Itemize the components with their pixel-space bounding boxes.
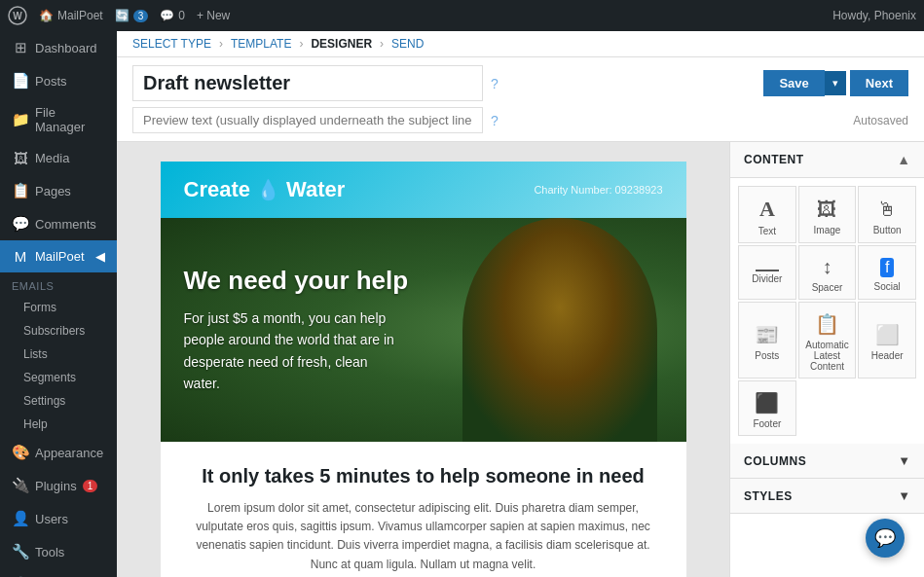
breadcrumb-step-select-type[interactable]: SELECT TYPE — [132, 37, 211, 51]
main-layout: ⊞ Dashboard 📄 Posts 📁 File Manager 🖼 Med… — [0, 31, 924, 577]
breadcrumb-sep-3: › — [380, 37, 384, 51]
block-header-icon: ⬜ — [875, 323, 900, 346]
sidebar-item-pages[interactable]: 📋 Pages — [0, 174, 117, 207]
email-content-section: It only takes 5 minutes to help someone … — [161, 442, 686, 577]
comments-item[interactable]: 💬 0 — [160, 9, 185, 22]
pages-icon: 📋 — [12, 182, 29, 199]
block-spacer[interactable]: ↕ Spacer — [798, 245, 857, 300]
sidebar-sub-settings[interactable]: Settings — [0, 389, 117, 413]
block-text[interactable]: A Text — [738, 186, 796, 243]
breadcrumb-step-send[interactable]: SEND — [391, 37, 424, 51]
editor-body: Create 💧 Water Charity Number: 09238923 … — [117, 142, 924, 577]
block-alc-label: Automatic Latest Content — [803, 340, 852, 372]
tools-icon: 🔧 — [12, 543, 29, 560]
appearance-icon: 🎨 — [12, 444, 29, 461]
file-manager-icon: 📁 — [12, 111, 29, 128]
block-posts[interactable]: 📰 Posts — [738, 302, 796, 379]
hero-child-image — [462, 218, 657, 442]
sidebar-item-plugins[interactable]: 🔌 Plugins 1 — [0, 469, 117, 502]
columns-title: COLUMNS — [744, 454, 806, 468]
block-social[interactable]: f Social — [858, 245, 916, 300]
hero-text: We need your help For just $5 a month, y… — [161, 246, 432, 415]
sidebar-item-users[interactable]: 👤 Users — [0, 502, 117, 535]
media-icon: 🖼 — [12, 150, 29, 166]
block-image[interactable]: 🖼 Image — [798, 186, 857, 243]
block-text-icon: A — [759, 197, 775, 222]
sidebar-sub-lists[interactable]: Lists — [0, 343, 117, 366]
sidebar-item-mailpoet[interactable]: M MailPoet ◀ — [0, 240, 117, 272]
block-footer[interactable]: ⬛ Footer — [738, 380, 796, 436]
chat-icon: 💬 — [874, 527, 896, 549]
breadcrumb-step-template[interactable]: TEMPLATE — [231, 37, 291, 51]
title-help-icon[interactable]: ? — [491, 76, 499, 91]
sidebar-item-dashboard[interactable]: ⊞ Dashboard — [0, 31, 117, 64]
sidebar-item-appearance[interactable]: 🎨 Appearance — [0, 436, 117, 469]
email-preview: Create 💧 Water Charity Number: 09238923 … — [117, 142, 729, 577]
mailpoet-icon: M — [12, 248, 29, 265]
save-button[interactable]: Save — [763, 70, 824, 96]
email-header-band: Create 💧 Water Charity Number: 09238923 — [161, 162, 686, 218]
content-section-title: CONTENT — [744, 153, 804, 166]
styles-section-header[interactable]: STYLES ▼ — [730, 479, 924, 514]
save-dropdown-button[interactable]: ▾ — [825, 71, 846, 95]
sidebar-item-posts[interactable]: 📄 Posts — [0, 64, 117, 97]
sidebar-sub-help[interactable]: Help — [0, 413, 117, 436]
block-divider-label: Divider — [752, 273, 782, 284]
block-alc-icon: 📋 — [815, 312, 839, 336]
columns-section-header[interactable]: COLUMNS ▼ — [730, 444, 924, 479]
block-footer-label: Footer — [753, 418, 781, 429]
updates-icon: 🔄 — [115, 9, 129, 22]
email-canvas: Create 💧 Water Charity Number: 09238923 … — [161, 162, 686, 577]
block-spacer-label: Spacer — [812, 282, 843, 293]
sidebar-sub-segments[interactable]: Segments — [0, 366, 117, 389]
emails-section-label: Emails — [0, 272, 117, 296]
svg-text:W: W — [13, 11, 22, 21]
block-divider[interactable]: Divider — [738, 245, 796, 300]
styles-expand-icon: ▼ — [898, 488, 910, 503]
block-button[interactable]: 🖱 Button — [858, 186, 916, 243]
dashboard-icon: ⊞ — [12, 39, 29, 56]
content-blocks-grid: A Text 🖼 Image 🖱 Button — [730, 178, 924, 444]
block-social-icon: f — [880, 258, 894, 277]
right-panel: CONTENT ▲ A Text 🖼 Image — [729, 142, 924, 577]
sidebar-sub-subscribers[interactable]: Subscribers — [0, 319, 117, 343]
sidebar-sub-forms[interactable]: Forms — [0, 296, 117, 319]
title-row: ? Save ▾ Next — [132, 65, 908, 101]
top-bar: W 🏠 MailPoet 🔄 3 💬 0 + New Howdy, Phoeni… — [0, 0, 924, 31]
preview-text-input[interactable] — [132, 107, 483, 133]
sidebar-item-tools[interactable]: 🔧 Tools — [0, 535, 117, 568]
block-button-label: Button — [873, 225, 902, 235]
block-text-label: Text — [758, 226, 776, 236]
new-item[interactable]: + New — [197, 9, 230, 22]
wp-logo-item[interactable]: W — [8, 6, 27, 25]
block-divider-icon — [756, 270, 779, 271]
block-spacer-icon: ↕ — [822, 256, 832, 278]
content-collapse-btn[interactable]: ▲ — [897, 152, 910, 167]
sidebar-item-settings[interactable]: ⚙️ Settings 1 — [0, 568, 117, 577]
block-header[interactable]: ⬜ Header — [858, 302, 916, 379]
breadcrumb: SELECT TYPE › TEMPLATE › DESIGNER › SEND — [117, 31, 924, 57]
comments-icon: 💬 — [160, 9, 174, 22]
editor-header: ? Save ▾ Next ? Autosaved — [117, 57, 924, 142]
content-panel-header: CONTENT ▲ — [730, 142, 924, 178]
block-header-label: Header — [871, 350, 904, 361]
sidebar-item-file-manager[interactable]: 📁 File Manager — [0, 97, 117, 142]
hero-title: We need your help — [184, 266, 409, 296]
breadcrumb-sep-2: › — [299, 37, 303, 51]
sidebar-item-media[interactable]: 🖼 Media — [0, 142, 117, 174]
breadcrumb-step-designer[interactable]: DESIGNER — [311, 37, 372, 51]
sidebar: ⊞ Dashboard 📄 Posts 📁 File Manager 🖼 Med… — [0, 31, 117, 577]
newsletter-title-input[interactable] — [132, 65, 483, 101]
next-button[interactable]: Next — [850, 70, 908, 96]
updates-item[interactable]: 🔄 3 — [115, 9, 149, 22]
charity-number: Charity Number: 09238923 — [534, 184, 662, 196]
preview-help-icon[interactable]: ? — [491, 113, 499, 128]
content-area: SELECT TYPE › TEMPLATE › DESIGNER › SEND… — [117, 31, 924, 577]
email-content-text: Lorem ipsum dolor sit amet, consectetur … — [184, 499, 663, 574]
site-name[interactable]: 🏠 MailPoet — [39, 9, 103, 22]
block-automatic-latest-content[interactable]: 📋 Automatic Latest Content — [798, 302, 857, 379]
breadcrumb-sep-1: › — [219, 37, 223, 51]
chat-bubble[interactable]: 💬 — [866, 519, 905, 558]
sidebar-item-comments[interactable]: 💬 Comments — [0, 207, 117, 240]
email-brand: Create 💧 Water — [184, 177, 346, 202]
